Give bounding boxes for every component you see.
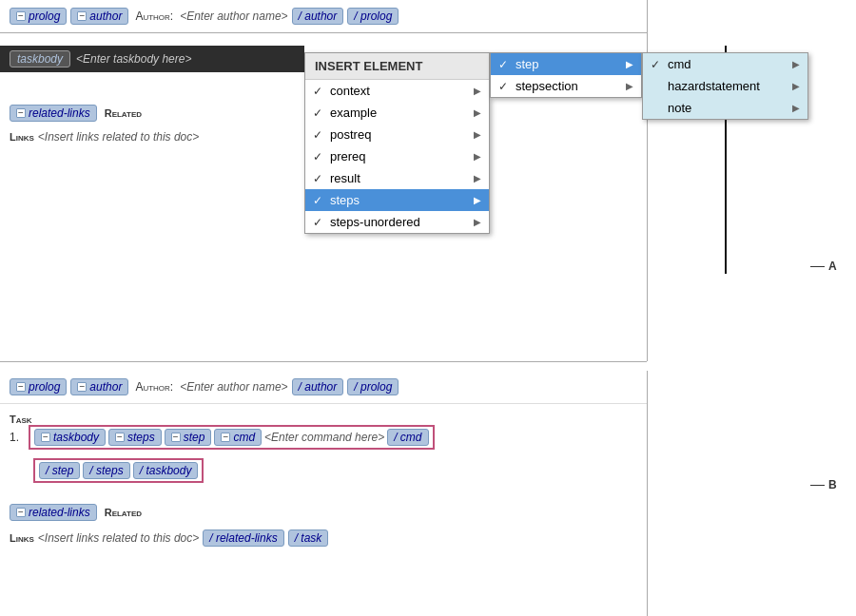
bottom-prolog-open-tag[interactable]: − prolog (10, 378, 67, 395)
bottom-prolog-row: − prolog − author Author: <Enter author … (0, 371, 647, 404)
bottom-related-minus[interactable]: − (16, 508, 26, 517)
links-row: Links <Insert links related to this doc> (0, 126, 208, 147)
menu-label-cmd: cmd (668, 57, 792, 71)
author-open-tag[interactable]: − author (70, 8, 128, 25)
cmd-placeholder[interactable]: <Enter command here> (264, 431, 384, 444)
check-cmd: ✓ (651, 58, 664, 71)
bottom-prolog-minus-icon[interactable]: − (16, 382, 26, 392)
arrow-context: ▶ (474, 86, 481, 96)
task-label: Task (10, 414, 32, 425)
check-steps: ✓ (313, 194, 326, 207)
submenu-cmd: ✓ cmd ▶ ✓ hazardstatement ▶ ✓ note ▶ (642, 52, 808, 120)
check-postreq: ✓ (313, 128, 326, 142)
author-close-tag[interactable]: / author (292, 8, 344, 25)
check-steps-unordered: ✓ (313, 216, 326, 229)
taskbody-open-tag[interactable]: taskbody (10, 50, 70, 67)
menu-label-result: result (330, 171, 474, 185)
bottom-author-colon-label: Author: (135, 380, 173, 394)
menu-item-postreq[interactable]: ✓ postreq ▶ (305, 124, 489, 145)
prolog-close-tag[interactable]: / prolog (347, 8, 399, 25)
bottom-task-close-tag[interactable]: / task (288, 529, 329, 547)
taskbody-row: taskbody <Enter taskbody here> (0, 46, 304, 72)
related-tag-row: − related-links Related (10, 105, 142, 122)
menu-label-note: note (668, 101, 792, 115)
bottom-taskbody-minus[interactable]: − (41, 433, 50, 442)
prolog-open-tag[interactable]: − prolog (10, 8, 67, 25)
bottom-section: − prolog − author Author: <Enter author … (0, 371, 647, 404)
arrow-steps: ▶ (474, 195, 481, 205)
menu-label-context: context (330, 84, 474, 98)
step-row: − taskbody − steps − step − cmd <Enter c… (29, 425, 435, 450)
bottom-related-label: Related (105, 507, 142, 518)
right-vline-bottom (647, 371, 648, 616)
bottom-step-tag[interactable]: − step (165, 429, 212, 446)
menu-label-prereq: prereq (330, 149, 474, 164)
prolog-minus-icon[interactable]: − (16, 11, 26, 21)
close-taskbody-tag[interactable]: / taskbody (133, 462, 199, 479)
line-b (810, 485, 825, 486)
close-step-tag[interactable]: / step (39, 462, 80, 479)
menu-label-steps-unordered: steps-unordered (330, 215, 474, 229)
bottom-steps-minus[interactable]: − (115, 433, 125, 442)
author-minus-icon[interactable]: − (77, 11, 87, 21)
arrow-note: ▶ (792, 103, 800, 113)
arrow-steps-unordered: ▶ (474, 217, 481, 227)
bottom-taskbody-tag[interactable]: − taskbody (34, 429, 106, 446)
bottom-related-links-tag[interactable]: − related-links (10, 504, 97, 521)
menu-label-example: example (330, 106, 474, 120)
insert-menu-header: INSERT ELEMENT (305, 53, 489, 80)
menu-item-result[interactable]: ✓ result ▶ (305, 167, 489, 189)
main-container: − prolog − author Author: <Enter author … (0, 0, 856, 616)
author-name-placeholder[interactable]: <Enter author name> (180, 10, 287, 23)
bottom-steps-tag[interactable]: − steps (108, 429, 162, 446)
label-a: A (828, 260, 837, 273)
bottom-author-close-tag[interactable]: / author (292, 378, 344, 395)
bottom-author-open-tag[interactable]: − author (70, 378, 128, 395)
menu-item-example[interactable]: ✓ example ▶ (305, 102, 489, 124)
submenu-item-note[interactable]: ✓ note ▶ (643, 97, 807, 119)
bottom-step-minus[interactable]: − (171, 433, 181, 442)
related-label: Related (105, 107, 142, 119)
bottom-links-placeholder[interactable]: <Insert links related to this doc> (38, 531, 199, 545)
insert-element-menu: INSERT ELEMENT ✓ context ▶ ✓ example ▶ ✓… (304, 52, 490, 234)
links-label: Links (10, 131, 34, 143)
check-result: ✓ (313, 172, 326, 185)
menu-item-steps[interactable]: ✓ steps ▶ (305, 189, 489, 211)
links-placeholder[interactable]: <Insert links related to this doc> (38, 130, 199, 144)
submenu-item-cmd[interactable]: ✓ cmd ▶ (643, 53, 807, 75)
taskbody-placeholder[interactable]: <Enter taskbody here> (76, 52, 191, 66)
arrow-hazard: ▶ (792, 81, 800, 91)
menu-label-step: step (516, 57, 626, 71)
arrow-stepsection: ▶ (626, 81, 633, 91)
label-b: B (828, 478, 837, 491)
menu-label-hazard: hazardstatement (668, 79, 792, 93)
submenu-item-hazard[interactable]: ✓ hazardstatement ▶ (643, 75, 807, 97)
bottom-cmd-close[interactable]: / cmd (387, 429, 428, 446)
bottom-prolog-close-tag[interactable]: / prolog (347, 378, 399, 395)
related-minus-icon[interactable]: − (16, 108, 26, 118)
author-colon-label: Author: (135, 10, 173, 23)
bottom-related-row: − related-links Related (0, 499, 151, 526)
submenu-item-stepsection[interactable]: ✓ stepsection ▶ (491, 75, 641, 97)
related-links-tag[interactable]: − related-links (10, 105, 97, 122)
bottom-related-close-tag[interactable]: / related-links (203, 529, 283, 547)
menu-item-steps-unordered[interactable]: ✓ steps-unordered ▶ (305, 211, 489, 233)
label-b-container: B (810, 478, 837, 491)
close-steps-tag[interactable]: / steps (83, 462, 129, 479)
line-a (810, 266, 825, 267)
arrow-prereq: ▶ (474, 151, 481, 162)
step-number: 1. (10, 431, 19, 444)
check-context: ✓ (313, 85, 326, 98)
bottom-cmd-minus[interactable]: − (221, 433, 230, 442)
bottom-author-minus-icon[interactable]: − (77, 382, 87, 392)
arrow-postreq: ▶ (474, 129, 481, 140)
bottom-author-name-placeholder[interactable]: <Enter author name> (180, 380, 287, 394)
top-divider (0, 361, 647, 362)
submenu-item-step[interactable]: ✓ step ▶ (491, 53, 641, 75)
bottom-links-label: Links (10, 532, 34, 544)
menu-item-prereq[interactable]: ✓ prereq ▶ (305, 145, 489, 167)
label-a-container: A (810, 260, 837, 273)
bottom-cmd-tag[interactable]: − cmd (214, 429, 262, 446)
arrow-cmd: ▶ (792, 59, 800, 69)
menu-item-context[interactable]: ✓ context ▶ (305, 80, 489, 102)
